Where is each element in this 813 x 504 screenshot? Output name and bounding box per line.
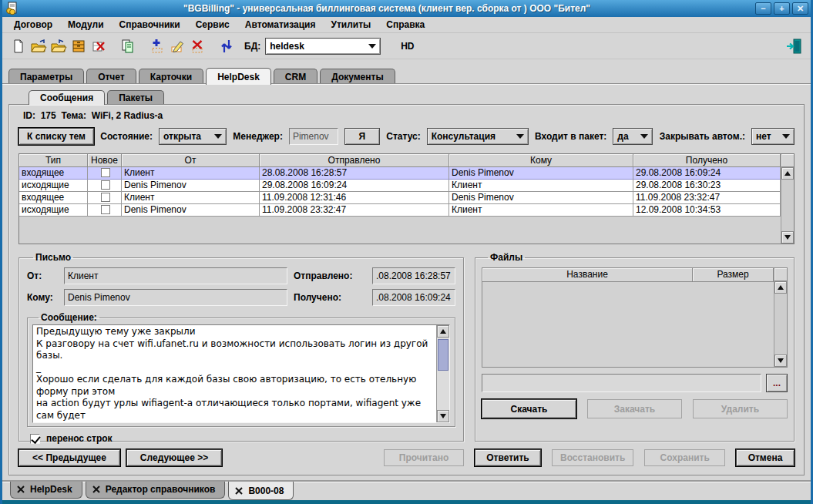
cell-type: исходящие <box>19 180 88 192</box>
tab-dokumenty[interactable]: Документы <box>320 69 395 85</box>
new-checkbox[interactable] <box>101 168 110 177</box>
message-textarea[interactable]: Предыдущую тему уже закрыли К разговору … <box>33 325 436 422</box>
open-folder-icon[interactable] <box>29 36 49 56</box>
letter-group-title: Письмо <box>33 252 73 263</box>
window-tab-label: B000-08 <box>248 486 284 496</box>
state-select-value: открыта <box>163 131 201 142</box>
tab-soobscheniya[interactable]: Сообщения <box>29 90 105 105</box>
to-topic-list-button[interactable]: К списку тем <box>18 128 94 145</box>
menu-item-utility[interactable]: Утилиты <box>324 18 378 32</box>
chevron-down-icon <box>368 44 376 49</box>
edit-row-icon[interactable] <box>167 36 187 56</box>
add-row-icon[interactable] <box>147 36 167 56</box>
menu-item-moduli[interactable]: Модули <box>61 18 110 32</box>
window-tab-redaktor[interactable]: Редактор справочников <box>86 482 226 499</box>
download-file-button[interactable]: Скачать <box>482 399 576 418</box>
manager-field: Pimenov <box>289 128 338 145</box>
column-header-name[interactable]: Название <box>482 268 693 282</box>
previous-message-button[interactable]: << Предыдущее <box>18 449 120 466</box>
cell-to: Клиент <box>449 180 633 192</box>
copy-document-icon[interactable] <box>118 36 138 56</box>
column-header-new[interactable]: Новое <box>88 154 122 167</box>
scrollbar-thumb[interactable] <box>438 339 448 371</box>
column-header-from[interactable]: От <box>122 154 260 167</box>
files-table: Название Размер <box>482 267 788 368</box>
new-checkbox[interactable] <box>101 205 110 214</box>
open-contract-icon[interactable] <box>49 36 69 56</box>
tab-crm[interactable]: CRM <box>274 69 317 85</box>
next-message-button[interactable]: Следующее >> <box>126 449 222 466</box>
window-tab-helpdesk[interactable]: HelpDesk <box>10 482 82 499</box>
table-scrollbar[interactable] <box>781 154 794 244</box>
files-scrollbar[interactable] <box>774 268 787 367</box>
menu-item-avtomatizaciya[interactable]: Автоматизация <box>238 18 323 32</box>
table-row[interactable]: исходящие Denis Pimenov 11.09.2008 23:32… <box>19 204 781 217</box>
db-select[interactable]: heldesk <box>265 38 381 55</box>
minimize-icon[interactable]: − <box>755 2 771 15</box>
db-select-value: heldesk <box>270 41 304 52</box>
sent-label: Отправлено: <box>294 270 366 281</box>
scroll-up-icon[interactable] <box>437 325 449 338</box>
tab-helpdesk[interactable]: HelpDesk <box>206 68 271 85</box>
card-file-icon[interactable] <box>69 36 89 56</box>
new-checkbox[interactable] <box>101 193 110 202</box>
title-bar: "BGBilling" - универсальная биллинговая … <box>0 0 813 17</box>
status-select[interactable]: Консультация <box>427 128 529 145</box>
column-header-type[interactable]: Тип <box>19 154 88 167</box>
close-tab-icon[interactable] <box>92 486 100 493</box>
close-tab-icon[interactable] <box>17 486 25 493</box>
open-windows-tab-bar: HelpDesk Редактор справочников B000-08 <box>2 482 811 500</box>
close-icon[interactable]: ✕ <box>792 2 808 15</box>
message-group-title: Сообщение: <box>39 312 99 323</box>
window-tab-b000-08[interactable]: B000-08 <box>228 482 294 500</box>
message-scrollbar[interactable] <box>436 325 449 422</box>
table-row[interactable]: входящее Клиент 11.09.2008 12:31:46 Deni… <box>19 192 781 204</box>
files-list[interactable] <box>482 282 774 367</box>
new-document-icon[interactable] <box>8 36 29 56</box>
state-select[interactable]: открыта <box>159 128 227 145</box>
delete-card-icon[interactable] <box>89 36 109 56</box>
reply-button[interactable]: Ответить <box>475 449 541 466</box>
scroll-up-icon[interactable] <box>781 167 794 180</box>
menu-item-dogovor[interactable]: Договор <box>7 18 59 32</box>
column-header-to[interactable]: Кому <box>449 154 633 167</box>
tab-kartochki[interactable]: Карточки <box>139 69 203 85</box>
restore-button: Восстановить <box>552 449 633 466</box>
topic-theme-value: WiFi, 2 Radius-а <box>92 110 163 121</box>
manager-label: Менеджер: <box>233 131 283 142</box>
to-field[interactable]: Denis Pimenov <box>64 289 287 306</box>
refresh-icon[interactable] <box>217 36 237 56</box>
tab-pakety[interactable]: Пакеты <box>107 90 164 105</box>
tab-otchet[interactable]: Отчет <box>86 69 136 85</box>
menu-item-servis[interactable]: Сервис <box>189 18 237 32</box>
column-header-received[interactable]: Получено <box>633 154 781 167</box>
chevron-down-icon <box>640 134 648 139</box>
browse-file-button[interactable]: ... <box>766 374 788 392</box>
from-field[interactable]: Клиент <box>64 267 287 284</box>
table-row[interactable]: входящее Клиент 28.08.2008 16:28:57 Deni… <box>19 167 781 180</box>
exit-door-icon[interactable] <box>784 36 805 56</box>
column-header-sent[interactable]: Отправлено <box>260 154 449 167</box>
scroll-down-icon[interactable] <box>437 410 449 422</box>
word-wrap-checkbox[interactable] <box>30 434 40 444</box>
scroll-down-icon[interactable] <box>781 231 794 244</box>
in-package-select[interactable]: да <box>613 128 653 145</box>
cell-type: входящее <box>19 192 88 204</box>
files-group: Файлы Название Размер <box>475 252 795 442</box>
word-wrap-label: перенос строк <box>46 433 113 444</box>
cancel-button[interactable]: Отмена <box>736 449 795 466</box>
scroll-down-icon[interactable] <box>774 354 787 367</box>
file-path-input[interactable] <box>482 374 761 392</box>
close-tab-icon[interactable] <box>235 487 243 495</box>
new-checkbox[interactable] <box>101 180 110 190</box>
assign-me-button[interactable]: Я <box>344 128 380 145</box>
autoclose-select[interactable]: нет <box>751 128 795 145</box>
tab-parametry[interactable]: Параметры <box>8 69 84 85</box>
table-row[interactable]: исходящие Denis Pimenov 29.08.2008 16:09… <box>19 180 781 192</box>
scroll-up-icon[interactable] <box>774 281 787 294</box>
menu-item-spravka[interactable]: Справка <box>379 18 432 32</box>
delete-row-icon[interactable] <box>187 36 207 56</box>
menu-item-spravochniki[interactable]: Справочники <box>113 18 187 32</box>
maximize-icon[interactable]: + <box>774 2 790 15</box>
column-header-size[interactable]: Размер <box>693 268 774 282</box>
